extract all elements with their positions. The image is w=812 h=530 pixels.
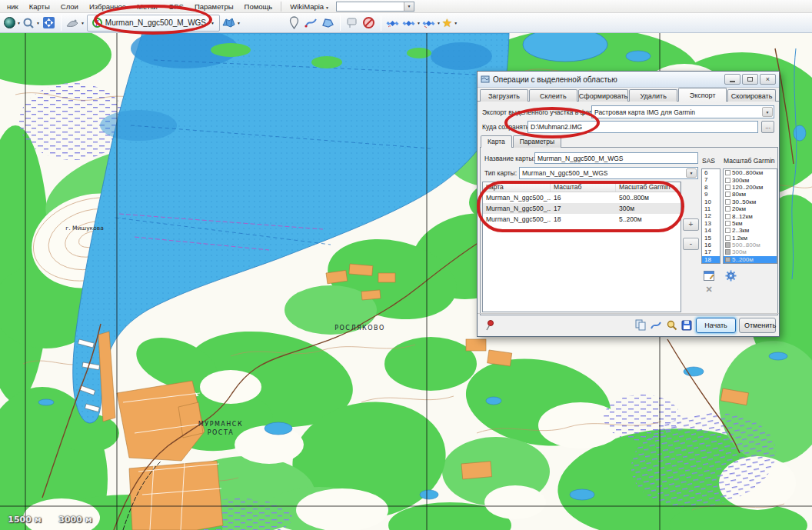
sas-listbox[interactable]: 6789101112131415161718 [701, 168, 720, 264]
gps-marks-button[interactable]: ▼ [422, 15, 441, 32]
sas-zoom-item[interactable]: 14 [702, 227, 720, 234]
zoom-to-button[interactable] [665, 319, 677, 332]
remove-scale-button[interactable]: - [683, 238, 699, 250]
menu-item-gps[interactable]: GPS [163, 1, 189, 12]
path-tool-button[interactable] [650, 319, 662, 332]
save-settings-button[interactable] [681, 319, 693, 332]
sas-zoom-item[interactable]: 17 [702, 248, 720, 255]
label-button[interactable] [344, 15, 360, 32]
cancel-button[interactable]: Отменить [739, 318, 776, 333]
column-karta[interactable]: Карта [483, 182, 551, 192]
chevron-down-icon[interactable]: ▼ [404, 2, 414, 11]
menu-item-params[interactable]: Параметры [189, 1, 239, 12]
garmin-scale-item[interactable]: 20км [724, 205, 777, 212]
sas-zoom-item[interactable]: 7 [702, 176, 720, 183]
minimize-button[interactable] [724, 74, 740, 85]
sas-zoom-item[interactable]: 12 [702, 212, 720, 219]
chevron-down-icon[interactable]: ▼ [762, 107, 773, 117]
sas-zoom-item[interactable]: 6 [702, 169, 720, 176]
dialog-tab-3[interactable]: Удалить [629, 89, 677, 102]
garmin-scale-item[interactable]: 80км [724, 191, 777, 198]
checkbox[interactable] [725, 242, 730, 248]
placemark-button[interactable] [287, 15, 302, 32]
garmin-scale-item[interactable]: 500..800м [724, 242, 777, 248]
sas-zoom-item[interactable]: 13 [702, 220, 720, 227]
dialog-tab-2[interactable]: Сформировать [578, 89, 628, 102]
checkbox[interactable] [725, 214, 730, 219]
garmin-scale-item[interactable]: 300м [724, 248, 777, 255]
path-button[interactable] [304, 15, 319, 32]
dialog-tab-0[interactable]: Загрузить [480, 89, 528, 102]
checkbox[interactable] [725, 185, 730, 190]
chevron-down-icon[interactable]: ▼ [686, 168, 697, 178]
maximize-button[interactable] [742, 74, 758, 85]
polygon-button[interactable] [321, 15, 336, 32]
garmin-scale-item[interactable]: 5..200м [724, 256, 777, 263]
checkbox[interactable] [725, 206, 730, 212]
settings-button[interactable] [724, 269, 737, 282]
sas-zoom-item[interactable]: 16 [702, 242, 720, 248]
checkbox[interactable] [725, 221, 730, 226]
zoom-button[interactable]: ▼ [22, 15, 40, 32]
checkbox[interactable] [725, 235, 730, 241]
menu-item-favorites[interactable]: Избранное [84, 1, 131, 12]
menu-item-marks[interactable]: Метки [131, 1, 163, 12]
tab-karta[interactable]: Карта [481, 135, 512, 148]
wikimapia-combo[interactable]: ▼ [336, 2, 414, 12]
menu-item-source[interactable]: ник [2, 1, 24, 12]
save-path-input[interactable] [527, 121, 758, 133]
satellite-dish-button[interactable]: ▼ [65, 15, 85, 32]
pin-button[interactable] [484, 319, 496, 332]
scale-table[interactable]: Карта Масштаб Масштаб Garmin Murman_N_gg… [482, 182, 681, 312]
garmin-scale-item[interactable]: 1.2км [724, 235, 777, 242]
sas-zoom-item[interactable]: 8 [702, 184, 720, 191]
gps-track-button[interactable]: ▼ [402, 15, 421, 32]
disable-button[interactable] [361, 15, 377, 32]
scale-table-row[interactable]: Murman_N_ggc500_...17300м [483, 203, 681, 214]
export-format-combo[interactable]: Растровая карта IMG для Garmin ▼ [591, 105, 774, 118]
dialog-tab-5[interactable]: Скопировать [727, 89, 776, 102]
copy-button[interactable] [634, 319, 647, 332]
column-masshtab[interactable]: Масштаб [551, 182, 616, 192]
garmin-scale-item[interactable]: 8..12км [724, 212, 777, 219]
fullscreen-button[interactable] [42, 15, 57, 32]
garmin-scale-item[interactable]: 2..3км [724, 227, 777, 234]
sas-zoom-item[interactable]: 11 [702, 205, 720, 212]
checkbox[interactable] [725, 170, 730, 175]
add-scale-button[interactable]: + [683, 218, 699, 231]
menu-item-maps[interactable]: Карты [24, 1, 55, 12]
checkbox[interactable] [725, 228, 730, 233]
delete-button[interactable]: ✕ [703, 283, 715, 295]
gps-connect-button[interactable] [385, 15, 401, 32]
start-button[interactable]: Начать [696, 318, 736, 333]
checkbox[interactable] [725, 257, 730, 262]
sas-zoom-item[interactable]: 9 [702, 191, 720, 198]
close-button[interactable]: × [760, 74, 776, 85]
browse-button[interactable]: ... [761, 121, 774, 133]
scale-table-row[interactable]: Murman_N_ggc500_...185..200м [483, 214, 681, 225]
layers-button[interactable]: ▼ [222, 15, 241, 32]
sas-zoom-item[interactable]: 15 [702, 235, 720, 242]
sas-zoom-item[interactable]: 18 [702, 256, 720, 263]
dialog-titlebar[interactable]: Операции с выделенной областью × [478, 72, 779, 88]
garmin-listbox[interactable]: 500..800км300км120..200км80км30..50км20к… [723, 168, 777, 264]
garmin-scale-item[interactable]: 500..800км [724, 169, 777, 176]
menu-item-help[interactable]: Помощь [239, 1, 278, 12]
favorites-button[interactable]: ★ ▼ [442, 15, 458, 32]
garmin-scale-item[interactable]: 300км [724, 176, 777, 183]
garmin-scale-item[interactable]: 120..200км [724, 184, 777, 191]
garmin-scale-item[interactable]: 5км [724, 220, 777, 227]
scale-table-row[interactable]: Murman_N_ggc500_...16500..800м [483, 192, 681, 203]
map-source-button[interactable]: ƒ Murman_N_ggc500_M_WGS ▼ [87, 15, 220, 32]
dialog-tab-4[interactable]: Экспорт [678, 88, 727, 102]
edit-grid-button[interactable] [703, 269, 715, 282]
checkbox[interactable] [725, 249, 730, 255]
dialog-tab-1[interactable]: Склеить [529, 89, 577, 102]
checkbox[interactable] [725, 178, 730, 183]
tab-parametry[interactable]: Параметры [513, 135, 561, 148]
garmin-scale-item[interactable]: 30..50км [724, 198, 777, 205]
sas-zoom-item[interactable]: 10 [702, 198, 720, 205]
map-type-combo[interactable]: Murman_N_ggc500_M_WGS ▼ [519, 167, 698, 179]
map-name-input[interactable] [534, 152, 698, 164]
menu-item-layers[interactable]: Слои [55, 1, 84, 12]
